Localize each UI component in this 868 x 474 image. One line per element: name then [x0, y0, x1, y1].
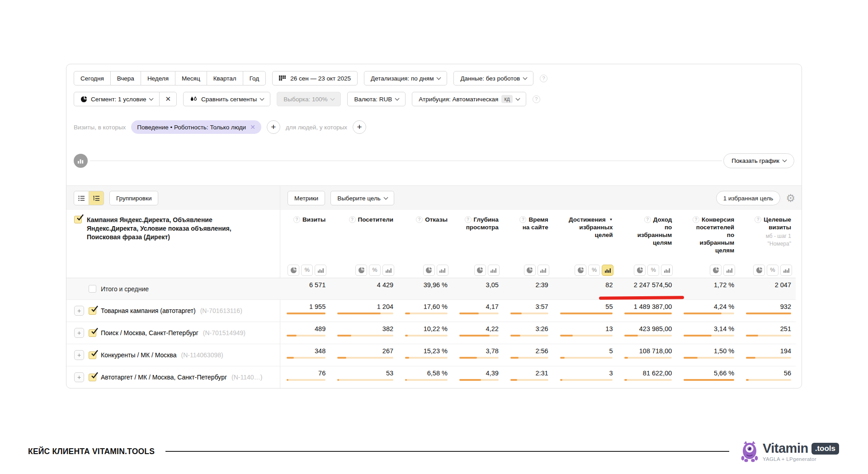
percent-icon[interactable]: %	[301, 265, 313, 276]
sampling-select[interactable]: Выборка: 100%	[277, 92, 341, 106]
campaign-row: +Автотаргет / МК / Москва, Санкт-Петербу…	[66, 366, 796, 388]
column-header-4[interactable]: ?Времяна сайте	[503, 210, 553, 262]
bar-chart-icon[interactable]	[382, 265, 394, 276]
column-header-3[interactable]: ?Глубинапросмотра	[452, 210, 503, 262]
percent-icon[interactable]: %	[767, 265, 778, 276]
tree-view-icon[interactable]	[89, 191, 104, 205]
add-people-filter-button[interactable]: +	[353, 120, 366, 134]
period-button-5[interactable]: Год	[243, 71, 266, 85]
view-toggle	[74, 191, 104, 205]
help-icon[interactable]: ?	[293, 216, 300, 223]
pie-chart-icon[interactable]	[753, 265, 765, 276]
period-button-1[interactable]: Вчера	[110, 71, 141, 85]
choose-goal-select[interactable]: Выберите цель	[330, 191, 394, 205]
pie-chart-icon[interactable]	[474, 265, 486, 276]
help-icon[interactable]: ?	[755, 216, 761, 223]
metrics-button[interactable]: Метрики	[288, 191, 325, 205]
column-header-6[interactable]: ?Доходпо избранным целям	[617, 210, 676, 262]
column-header-2[interactable]: ?Отказы	[398, 210, 452, 262]
checkbox-checked[interactable]	[89, 351, 96, 359]
checkbox-checked[interactable]	[74, 216, 82, 223]
metric-value-cell: 108 718,00	[617, 344, 676, 366]
detail-select[interactable]: Детализация: по дням	[364, 71, 447, 85]
expand-button[interactable]: +	[74, 350, 84, 360]
bar-chart-icon[interactable]	[315, 265, 326, 276]
pie-chart-icon[interactable]	[524, 265, 536, 276]
list-view-icon[interactable]	[74, 191, 89, 205]
column-header-1[interactable]: ?Посетители	[330, 210, 398, 262]
campaign-name[interactable]: Конкуренты / МК / Москва	[101, 351, 177, 359]
period-button-2[interactable]: Неделя	[141, 71, 175, 85]
bar-chart-icon[interactable]	[661, 265, 673, 276]
campaign-name[interactable]: Автотаргет / МК / Москва, Санкт-Петербур…	[101, 374, 227, 381]
value-bar-fill	[560, 335, 573, 337]
checkbox-checked[interactable]	[89, 374, 96, 381]
help-icon[interactable]: ?	[416, 216, 423, 223]
help-icon[interactable]: ?	[533, 95, 540, 103]
percent-icon[interactable]: %	[588, 265, 600, 276]
expand-button[interactable]: +	[74, 306, 84, 316]
column-title-rest: просмотра	[452, 223, 499, 231]
campaign-name[interactable]: Поиск / Москва, Санкт-Петербург	[101, 329, 198, 337]
period-button-3[interactable]: Месяц	[175, 71, 207, 85]
column-header-5[interactable]: Достижения▼избранных целей	[553, 210, 618, 262]
help-icon[interactable]: ?	[519, 216, 526, 223]
bar-chart-icon[interactable]	[538, 265, 549, 276]
gear-icon[interactable]: ⚙	[786, 193, 795, 204]
value-bar	[746, 379, 791, 381]
expand-button[interactable]: +	[74, 328, 84, 338]
value-bar-fill	[684, 357, 697, 359]
column-header-0[interactable]: ?Визиты	[279, 210, 330, 262]
help-icon[interactable]: ?	[465, 216, 472, 223]
add-visit-filter-button[interactable]: +	[267, 120, 280, 134]
robotness-filter-chip[interactable]: Поведение • Роботность: Только люди ✕	[131, 120, 261, 134]
help-icon[interactable]: ?	[644, 216, 651, 223]
totals-label: Итого и средние	[101, 285, 149, 293]
bar-chart-icon[interactable]	[437, 265, 448, 276]
checkbox-unchecked[interactable]	[89, 285, 96, 293]
totals-label-cell: Итого и средние	[66, 278, 279, 299]
pie-chart-icon[interactable]	[355, 265, 367, 276]
attribution-select[interactable]: Атрибуция: Автоматическая кд	[412, 92, 526, 106]
currency-select[interactable]: Валюта: RUB	[347, 92, 406, 106]
table-controls: Группировки Метрики Выберите цель 1 избр…	[66, 185, 802, 210]
cell-value: 348	[315, 347, 326, 355]
help-icon[interactable]: ?	[349, 216, 356, 223]
percent-icon[interactable]: %	[369, 265, 381, 276]
period-button-4[interactable]: Квартал	[207, 71, 243, 85]
checkbox-checked[interactable]	[89, 329, 96, 337]
cell-value: 3	[609, 370, 613, 377]
column-title-rest: посетителей по избранным целям	[676, 223, 734, 254]
column-header-8[interactable]: ?Целевыевизитымб - шаг 1 "Номера"	[739, 210, 796, 262]
checkbox-checked[interactable]	[89, 307, 96, 315]
bar-chart-icon[interactable]	[602, 265, 613, 276]
column-header-7[interactable]: ?Конверсияпосетителей по избранным целям	[676, 210, 739, 262]
data-mode-select[interactable]: Данные: без роботов	[453, 71, 533, 85]
campaign-name[interactable]: Товарная кампания (автотаргет)	[101, 307, 196, 314]
help-icon[interactable]: ?	[693, 216, 699, 223]
show-graph-button[interactable]: Показать график	[723, 153, 794, 168]
groupings-button[interactable]: Группировки	[109, 191, 158, 205]
pie-chart-icon[interactable]	[423, 265, 435, 276]
pie-chart-icon[interactable]	[634, 265, 646, 276]
column-title: Доход	[653, 216, 672, 223]
pie-chart-icon[interactable]	[575, 265, 586, 276]
bar-chart-icon[interactable]	[723, 265, 735, 276]
compare-segments-select[interactable]: Сравнить сегменты	[183, 92, 270, 106]
expand-button[interactable]: +	[74, 372, 84, 382]
bar-chart-icon[interactable]	[780, 265, 792, 276]
period-button-0[interactable]: Сегодня	[74, 71, 111, 85]
value-bar	[337, 313, 393, 314]
dimension-header[interactable]: Кампания Яндекс.Директа, Объявление Янде…	[87, 216, 265, 242]
chart-toggle-icon[interactable]	[74, 154, 88, 168]
help-icon[interactable]: ?	[540, 75, 547, 82]
remove-filter-icon[interactable]: ✕	[250, 123, 255, 131]
favorite-goal-pill[interactable]: 1 избранная цель	[716, 191, 781, 205]
date-range-button[interactable]: 26 сен — 23 окт 2025	[272, 71, 358, 85]
pie-chart-icon[interactable]	[710, 265, 722, 276]
pie-chart-icon[interactable]	[288, 265, 299, 276]
segment-clear-button[interactable]: ✕	[159, 92, 177, 106]
percent-icon[interactable]: %	[647, 265, 659, 276]
bar-chart-icon[interactable]	[488, 265, 500, 276]
segment-select[interactable]: Сегмент: 1 условие	[74, 92, 160, 106]
